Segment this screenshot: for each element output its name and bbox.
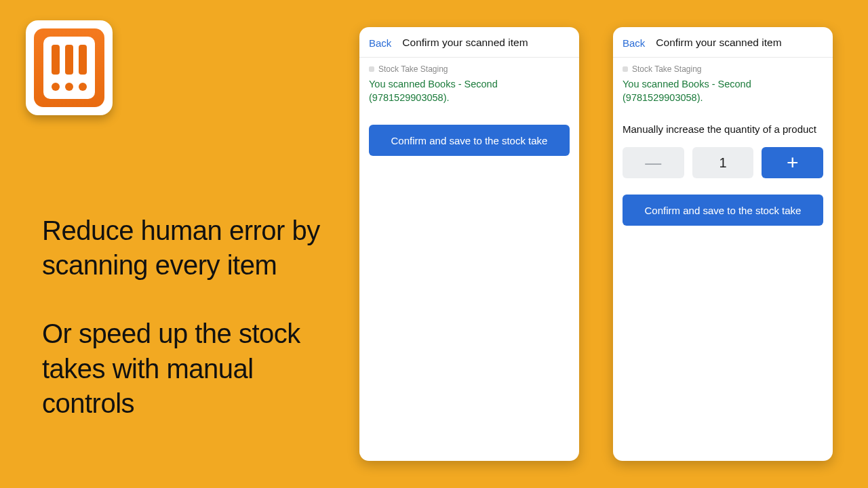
app-icon [26,20,113,115]
quantity-value: 1 [692,147,754,178]
confirm-button[interactable]: Confirm and save to the stock take [369,125,570,156]
back-button[interactable]: Back [623,37,645,49]
phone-screen-simple: Back Confirm your scanned item Stock Tak… [359,27,579,461]
page-title: Confirm your scanned item [656,37,823,49]
plus-icon: + [787,152,799,173]
scanned-message: You scanned Books - Second (978152990305… [359,74,579,104]
scanned-message: You scanned Books - Second (978152990305… [613,74,833,104]
phone-screen-manual: Back Confirm your scanned item Stock Tak… [613,27,833,461]
breadcrumb-label: Stock Take Staging [378,64,448,74]
screen-header: Back Confirm your scanned item [359,27,579,58]
breadcrumb-icon [369,66,374,72]
breadcrumb-label: Stock Take Staging [632,64,702,74]
minus-icon: — [645,153,661,172]
marketing-copy: Reduce human error by scanning every ite… [42,214,320,421]
manual-quantity-label: Manually increase the quantity of a prod… [613,104,833,135]
quantity-stepper: — 1 + [613,135,833,178]
screen-header: Back Confirm your scanned item [613,27,833,58]
breadcrumb-icon [623,66,628,72]
decrease-quantity-button[interactable]: — [623,147,684,178]
increase-quantity-button[interactable]: + [762,147,823,178]
back-button[interactable]: Back [369,37,391,49]
breadcrumb: Stock Take Staging [613,58,833,74]
marketing-line-2: Or speed up the stock takes with manual … [42,317,320,421]
marketing-line-1: Reduce human error by scanning every ite… [42,214,320,283]
breadcrumb: Stock Take Staging [359,58,579,74]
confirm-button[interactable]: Confirm and save to the stock take [623,195,823,226]
page-title: Confirm your scanned item [402,37,570,49]
